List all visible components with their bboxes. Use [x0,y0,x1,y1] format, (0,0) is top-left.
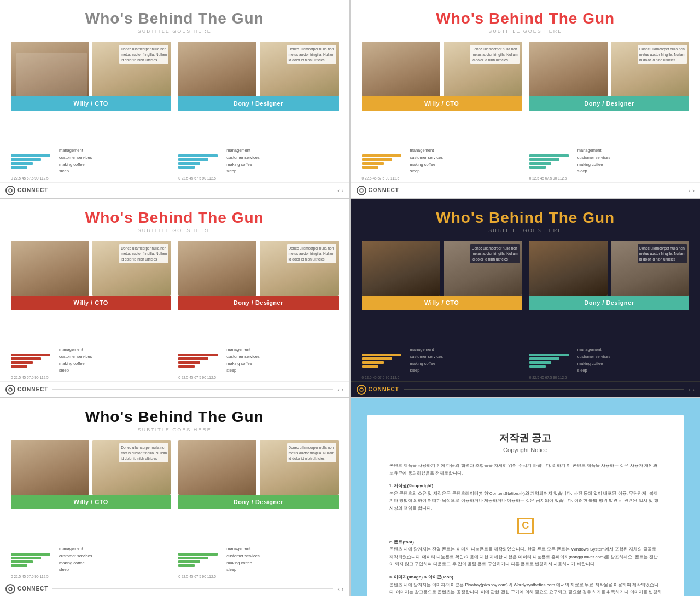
slide-3-skills: management customer services making coff… [0,342,349,381]
slide-2-next[interactable]: › [692,187,695,194]
slide-1-person-2-photo [178,42,256,96]
slide-4-arrows[interactable]: ‹ › [689,386,695,393]
slide-5-connect-text: CONNECT [18,586,48,592]
slide-2-arrows[interactable]: ‹ › [689,187,695,194]
slide-1-axis-right: 0 22.5 45 67.5 90 112.5 [178,176,338,180]
copyright-s1-title: 1. 저작권(©copyright) [389,483,434,488]
slide-2-prev[interactable]: ‹ [689,187,691,194]
slide-2-person-2: Donec ullamcorper nulla non metus auctor… [529,42,689,141]
slide-2-desc2: Donec ullamcorper nulla non metus auctor… [638,45,687,64]
slide-4-line [404,389,684,390]
slide-1-next[interactable]: › [342,187,344,194]
slide-5-next[interactable]: › [342,586,344,592]
slide-2-footer: CONNECT ‹ › [351,182,701,198]
slide-5-photo2-r: Donec ullamcorper nulla non metus auctor… [260,440,338,495]
slide-4-connect: CONNECT [357,385,399,395]
slide-2-skill-row: management customer services making coff… [362,147,522,175]
s2b2 [362,158,392,161]
slide-2-photo2-r: Donec ullamcorper nulla non metus auctor… [611,42,689,96]
slide-5-images-2: Donec ullamcorper nulla non metus auctor… [178,440,338,495]
slide-1-bar-r4 [178,166,195,169]
slide-3-next[interactable]: › [342,386,344,393]
slide-3-content: Donec ullamcorper nulla non metus auctor… [0,236,349,342]
slide-5-connect: CONNECT [5,584,48,594]
slide-1-labels-r: management customer services making coff… [226,147,338,175]
slide-3-arrows[interactable]: ‹ › [337,386,343,393]
slide-5-arrows[interactable]: ‹ › [337,586,343,592]
slide-5-header: Who's Behind The Gun SUBTITLE GOES HERE [0,398,349,436]
slide-1-skills: management customer services making coff… [0,143,349,182]
s2br2 [529,158,559,161]
slide-2-content: Donec ullamcorper nulla non metus auctor… [351,37,701,143]
slide-1-name-bar-1: Willy / CTO [11,96,171,111]
slide-3-photo-l [11,241,89,296]
copyright-s3-title: 3. 이미지(image) & 아이콘(icon) [389,575,453,580]
slide-2-header: Who's Behind The Gun SUBTITLE GOES HERE [351,0,701,37]
slide-1-desc-text: Donec ullamcorper nulla non metus auctor… [119,45,168,64]
slide-3-bc [11,354,55,368]
slide-5-content: Donec ullamcorper nulla non metus auctor… [0,436,349,541]
svg-point-1 [360,189,363,192]
slide-4-sl: management customer services making coff… [362,346,522,379]
slide-3-photo2-r: Donec ullamcorper nulla non metus auctor… [260,241,338,296]
slide-5-photo2-l [178,440,256,495]
slide-2-line [404,190,684,190]
slide-2-bars [362,154,406,169]
slide-2-photo-l [362,42,440,96]
slide-4-content: Donec ullamcorper nulla non metus auctor… [351,236,701,342]
slide-3-name-1: Willy / CTO [11,296,171,310]
slide-1-footer-arrows[interactable]: ‹ › [337,187,343,194]
slide-3-images-2: Donec ullamcorper nulla non metus auctor… [178,241,338,296]
slide-3-title: Who's Behind The Gun [5,209,344,227]
slide-5-name-2: Dony / Designer [178,495,338,509]
slide-5-photo-r: Donec ullamcorper nulla non metus auctor… [92,440,171,495]
slide-3-sl: management customer services making coff… [11,346,171,379]
slide-1-labels: management customer services making coff… [59,147,171,175]
s2b3 [362,162,384,165]
copyright-box: 저작권 공고 Copyright Notice 콘텐츠 제품을 사용하기 전에 … [368,415,684,596]
slide-1: Who's Behind The Gun SUBTITLE GOES HERE … [0,0,349,198]
slide-3-name-2: Dony / Designer [178,296,338,310]
slide-3-prev[interactable]: ‹ [337,386,340,393]
slide-2-connect-text: CONNECT [369,187,399,193]
s2br4 [529,166,546,169]
slide-3-sr2: management customer services making coff… [178,346,338,379]
slide-1-prev[interactable]: ‹ [337,187,340,194]
copyright-body: 콘텐츠 제품을 사용하기 전에 다음의 협력과 조항들을 자세히 읽어 주시기 … [389,462,662,596]
slide-4-desc2: Donec ullamcorper nulla non metus auctor… [638,244,687,263]
slide-4-images-1: Donec ullamcorper nulla non metus auctor… [362,241,522,296]
copyright-section1: 1. 저작권(©copyright) 본은 콘텐츠의 소유 및 저작은은 콘텐츠… [389,482,662,512]
slide-5-person-2: Donec ullamcorper nulla non metus auctor… [178,440,338,539]
slide-2-name-bar-1: Willy / CTO [362,96,522,111]
slide-3-images-1: Donec ullamcorper nulla non metus auctor… [11,241,171,296]
s2b1 [362,154,401,157]
slide-1-content: Donec ullamcorper nulla non metus auctor… [0,37,349,143]
copyright-intro: 콘텐츠 제품을 사용하기 전에 다음의 협력과 조항들을 자세히 읽어 주시기 … [389,462,662,477]
slide-1-title: Who's Behind The Gun [5,10,344,27]
slide-1-connect: CONNECT [5,186,48,195]
slide-1-connect-circle [5,186,15,195]
slide-5-prev[interactable]: ‹ [337,586,340,592]
skill-label-2: customer services [59,154,171,161]
slide-1-person-2: Donec ullamcorper nulla non metus auctor… [178,42,338,141]
slide-1-subtitle: SUBTITLE GOES HERE [5,28,344,34]
slide-4-photo-r: Donec ullamcorper nulla non metus auctor… [444,241,522,296]
slide-2-person-1: Donec ullamcorper nulla non metus auctor… [362,42,522,141]
svg-point-3 [360,388,363,391]
slide-1-footer-line [52,190,333,190]
copyright-title-ko: 저작권 공고 [389,431,662,444]
slide-4-circle [357,385,366,395]
slide-4-name-1: Willy / CTO [362,296,522,310]
svg-point-2 [9,388,12,391]
slide-5-person-1: Donec ullamcorper nulla non metus auctor… [11,440,171,539]
slide-2-name-bar-2: Dony / Designer [529,96,689,111]
slide-4-name-2: Dony / Designer [529,296,689,310]
slide-4-prev[interactable]: ‹ [689,386,691,393]
slide-1-skill-row: management customer services making coff… [11,147,171,175]
skill-label-4: sleep [59,168,171,175]
slide-4-next[interactable]: › [692,386,695,393]
slide-1-header: Who's Behind The Gun SUBTITLE GOES HERE [0,0,349,37]
slide-1-person-2-photo2: Donec ullamcorper nulla non metus auctor… [260,42,338,96]
slide-3-person-1: Donec ullamcorper nulla non metus auctor… [11,241,171,340]
slide-3-sr: management customer services making coff… [11,346,171,374]
